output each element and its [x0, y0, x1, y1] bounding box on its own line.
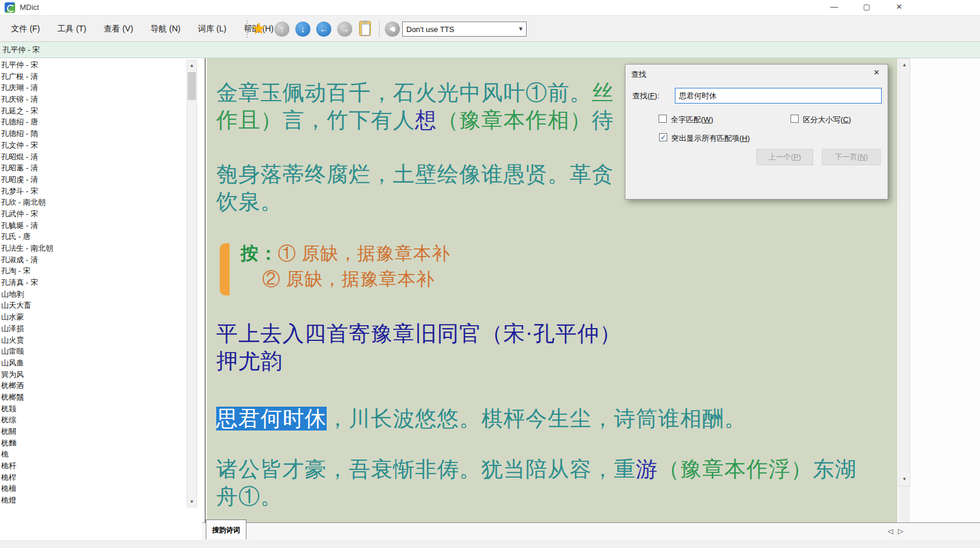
- poem-line: 思君何时休，川长波悠悠。棋枰今生尘，诗筒谁相酬。: [216, 405, 897, 432]
- list-item[interactable]: 桅杆: [1, 461, 198, 472]
- speaker-icon[interactable]: [385, 22, 400, 37]
- maximize-button[interactable]: ▢: [853, 0, 880, 14]
- list-item[interactable]: 山风蛊: [1, 358, 198, 369]
- list-item[interactable]: 孔德绍 - 隋: [1, 129, 198, 140]
- menu-toolbar: 文件 (F)工具 (T)查看 (V)导航 (N)词库 (L)帮助 (H) ★ ↑…: [0, 15, 980, 42]
- list-item[interactable]: 孔昭焜 - 清: [1, 152, 198, 163]
- back-icon[interactable]: ←: [316, 22, 331, 37]
- list-item[interactable]: 孔广根 - 清: [1, 72, 198, 83]
- match-case-label[interactable]: 区分大小写(C): [803, 115, 851, 125]
- app-icon: [5, 2, 15, 13]
- list-item[interactable]: 桄榔鬚: [1, 392, 198, 404]
- rhyme-label: 押尤韵: [216, 347, 897, 375]
- tab-prev-icon[interactable]: ◁: [888, 527, 898, 535]
- list-item[interactable]: 桄麵: [1, 438, 198, 450]
- list-item[interactable]: 山天大畜: [1, 300, 198, 312]
- poem-line: 诸公皆才豪，吾衰惭非俦。犹当陪从容，重游（豫章本作浮）东湖: [216, 456, 897, 483]
- scrollbar-down-icon[interactable]: ▼: [187, 497, 196, 507]
- content-left-border: [205, 58, 206, 522]
- button-text: ): [799, 152, 801, 161]
- poem-title: 平上去入四首寄豫章旧同官（宋·孔平仲）: [216, 320, 897, 347]
- whole-word-checkbox[interactable]: [659, 115, 667, 123]
- tab-souyun-shici[interactable]: 搜韵诗词: [206, 519, 246, 539]
- variant-text: （豫章本作浮）: [658, 457, 813, 481]
- list-item[interactable]: 桄關: [1, 426, 198, 438]
- highlight-all-label[interactable]: 突出显示所有匹配项(H): [671, 133, 750, 144]
- scrollbar-up-icon[interactable]: ▲: [899, 59, 910, 72]
- sidebar-scroll-thumb[interactable]: [188, 72, 196, 100]
- scrollbar-up-icon[interactable]: ▲: [187, 61, 196, 70]
- menu-bar: 文件 (F)工具 (T)查看 (V)导航 (N)词库 (L)帮助 (H): [2, 16, 282, 41]
- sidebar-scrollbar[interactable]: ▲ ▼: [187, 60, 197, 507]
- button-text: 下一页(: [835, 152, 860, 161]
- tab-next-icon[interactable]: ▷: [898, 527, 908, 535]
- linked-word[interactable]: 游: [636, 457, 658, 481]
- entry-header: 孔平仲 - 宋: [0, 42, 980, 58]
- linked-word[interactable]: 想: [415, 108, 437, 132]
- dictionary-tab-bar: 搜韵诗词 ◁▷: [202, 522, 980, 540]
- whole-word-label[interactable]: 全字匹配(W): [671, 115, 713, 125]
- menu-item[interactable]: 工具 (T): [49, 16, 95, 41]
- forward-icon[interactable]: →: [337, 22, 352, 37]
- favorites-star-icon[interactable]: ★: [252, 19, 266, 38]
- list-item[interactable]: 孔欣 - 南北朝: [1, 197, 198, 209]
- button-accesskey: N: [860, 152, 865, 161]
- list-item[interactable]: 桅檣: [1, 483, 198, 495]
- dialog-close-icon[interactable]: ✕: [870, 68, 884, 80]
- right-margin: [911, 58, 980, 540]
- label-text: 突出显示所有匹配项(: [671, 134, 742, 143]
- list-item[interactable]: 孔昭虔 - 清: [1, 175, 198, 186]
- list-item[interactable]: 桄颎: [1, 404, 198, 415]
- clipboard-icon[interactable]: [359, 21, 371, 36]
- list-item[interactable]: 山雷颐: [1, 346, 198, 358]
- list-item[interactable]: 桅: [1, 449, 198, 461]
- menu-item[interactable]: 文件 (F): [2, 16, 49, 41]
- list-item[interactable]: 山水蒙: [1, 312, 198, 323]
- minimize-button[interactable]: —: [821, 0, 847, 14]
- label-text: ): [747, 134, 750, 143]
- list-item[interactable]: 孔平仲 - 宋: [1, 60, 198, 72]
- list-item[interactable]: 孔法生 - 南北朝: [1, 243, 198, 255]
- scroll-down-icon[interactable]: ↓: [295, 22, 310, 37]
- close-button[interactable]: ✕: [886, 0, 913, 14]
- list-item[interactable]: 孔淑成 - 清: [1, 255, 198, 266]
- scrollbar-filler: [899, 486, 910, 522]
- find-input[interactable]: [675, 88, 882, 104]
- menu-item[interactable]: 词库 (L): [189, 16, 235, 41]
- content-scrollbar[interactable]: ▲ ▼: [899, 58, 910, 486]
- list-item[interactable]: 孔氏 - 唐: [1, 232, 198, 243]
- list-item[interactable]: 孔清真 - 宋: [1, 277, 198, 289]
- list-item[interactable]: 桅燈: [1, 495, 198, 507]
- list-item[interactable]: 孔昭蕙 - 清: [1, 163, 198, 175]
- list-item[interactable]: 山泽损: [1, 323, 198, 335]
- list-item[interactable]: 孔德绍 - 唐: [1, 117, 198, 129]
- list-item[interactable]: 孔毓埏 - 清: [1, 220, 198, 232]
- menu-item[interactable]: 查看 (V): [95, 16, 142, 41]
- list-item[interactable]: 桅桿: [1, 472, 198, 484]
- list-item[interactable]: 桄综: [1, 415, 198, 426]
- tts-dropdown[interactable]: Don't use TTS ▼: [402, 22, 527, 37]
- list-item[interactable]: 孔延之 - 宋: [1, 106, 198, 118]
- list-item[interactable]: 孔庆镕 - 清: [1, 94, 198, 106]
- dialog-title: 查找: [631, 69, 646, 80]
- scrollbar-down-icon[interactable]: ▼: [899, 473, 910, 486]
- scroll-up-icon[interactable]: ↑: [274, 22, 289, 37]
- match-case-checkbox[interactable]: [791, 115, 799, 123]
- next-page-button[interactable]: 下一页(N): [822, 149, 881, 165]
- previous-button[interactable]: 上一个(P): [756, 149, 813, 165]
- list-item[interactable]: 山地剥: [1, 289, 198, 301]
- list-item[interactable]: 孔梦斗 - 宋: [1, 186, 198, 198]
- list-item[interactable]: 山火贲: [1, 335, 198, 347]
- menu-item[interactable]: 导航 (N): [142, 16, 189, 41]
- list-item[interactable]: 孔庆瑚 - 清: [1, 83, 198, 94]
- list-item[interactable]: 孔文仲 - 宋: [1, 140, 198, 152]
- list-item[interactable]: 孔武仲 - 宋: [1, 209, 198, 220]
- poem-text: 东湖: [813, 457, 857, 481]
- label-accesskey: H: [742, 134, 747, 143]
- list-item[interactable]: 桄榔酒: [1, 380, 198, 392]
- list-item[interactable]: 巽为风: [1, 369, 198, 381]
- poem-text-green: 丝: [592, 81, 614, 105]
- button-text: 上一个(: [768, 152, 793, 161]
- highlight-all-checkbox[interactable]: ✓: [659, 133, 667, 141]
- list-item[interactable]: 孔淘 - 宋: [1, 266, 198, 277]
